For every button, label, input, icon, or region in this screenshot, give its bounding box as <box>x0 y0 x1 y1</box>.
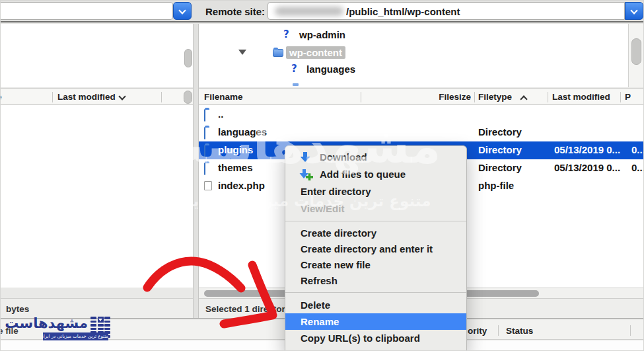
folder-icon <box>204 109 205 122</box>
menu-item-delete[interactable]: Delete <box>285 297 466 313</box>
chevron-down-icon <box>178 7 186 14</box>
local-header-partial: e <box>1 92 2 102</box>
tree-item-wp-content[interactable]: wp-content <box>286 46 345 59</box>
menu-item-label: Refresh <box>301 275 338 286</box>
cell-filetype: Directory <box>478 162 522 173</box>
folder-question-icon: ? <box>283 28 289 40</box>
folder-icon <box>204 127 205 139</box>
cell-filetype: php-file <box>478 180 514 191</box>
toolbar: Remote site: /public_html/wp-content <box>1 1 644 22</box>
cell-filetype: Directory <box>478 144 522 155</box>
menu-item-create-directory[interactable]: Create directory <box>285 225 466 241</box>
menu-item-create-new-file[interactable]: Create new file <box>285 257 466 273</box>
menu-item-view-edit[interactable]: View/Edit <box>285 200 466 217</box>
menu-item-label: View/Edit <box>301 203 344 214</box>
menu-item-copy-url-s-to-clipboard[interactable]: Copy URL(s) to clipboard <box>285 330 466 346</box>
clipped-tree-item <box>293 83 299 86</box>
menu-item-create-directory-and-enter-it[interactable]: Create directory and enter it <box>285 241 466 257</box>
folder-question-icon: ? <box>291 63 297 75</box>
local-site-dropdown-button[interactable] <box>173 2 192 20</box>
remote-tree: ?wp-adminwp-content?languages <box>199 24 628 87</box>
cell-name: .. <box>218 108 223 120</box>
cell-modified: 05/13/2019 0... <box>554 162 620 173</box>
menu-item-add-files-to-queue[interactable]: Add files to queue <box>285 166 466 183</box>
cell-filetype: Directory <box>478 126 522 137</box>
menu-item-label: Create directory and enter it <box>301 243 433 254</box>
file-row--[interactable]: .. <box>199 106 644 124</box>
menu-item-label: Create directory <box>301 227 376 239</box>
tree-expander-icon[interactable] <box>238 50 246 55</box>
header-filetype[interactable]: Filetype <box>478 92 512 102</box>
add-queue-icon <box>299 169 314 180</box>
menu-item-label: Create new file <box>301 259 371 270</box>
cell-name: index.php <box>218 180 265 191</box>
menu-item-enter-directory[interactable]: Enter directory <box>285 183 466 200</box>
menu-item-rename[interactable]: Rename <box>285 313 466 330</box>
header-filesize[interactable]: Filesize <box>417 92 471 102</box>
sort-ascending-icon <box>520 95 527 102</box>
menu-item-label: Copy URL(s) to clipboard <box>301 332 420 344</box>
menu-separator <box>285 292 466 293</box>
local-list-header: e Last modified <box>1 88 193 105</box>
menu-item-label: Enter directory <box>301 186 371 197</box>
remote-site-path: /public_html/wp-content <box>346 6 460 17</box>
local-tree-scrollbar-thumb[interactable] <box>184 49 192 67</box>
local-pane-top <box>1 24 193 87</box>
cell-modified: 05/13/2019 0... <box>554 144 620 155</box>
context-menu: DownloadAdd files to queueEnter director… <box>285 145 467 351</box>
remote-tree-scrollbar[interactable] <box>628 24 644 87</box>
cell-name: themes <box>218 162 253 173</box>
cell-name: plugins <box>218 144 253 155</box>
file-row-languages[interactable]: languagesDirectory <box>199 124 644 141</box>
masked-server-name <box>275 7 343 16</box>
logo-title: مشهدهاست <box>5 315 88 331</box>
tree-item-languages[interactable]: languages <box>306 63 355 75</box>
local-header-last-modified[interactable]: Last modified <box>57 92 116 102</box>
remote-site-dropdown-button[interactable] <box>625 2 643 20</box>
local-list-scrollbar-thumb[interactable] <box>184 91 192 104</box>
remote-site-combo[interactable]: /public_html/wp-content <box>268 2 625 20</box>
download-arrow-icon <box>299 151 314 163</box>
file-icon <box>204 181 212 190</box>
pane-divider[interactable] <box>193 24 199 318</box>
cell-name: languages <box>218 126 267 137</box>
site-logo: مشهدهاست متنوع ترین خدمات میزبانی در ایر… <box>2 315 114 343</box>
header-filename[interactable]: Filename <box>204 92 243 102</box>
menu-separator <box>285 221 466 221</box>
folder-icon <box>273 49 283 57</box>
folder-icon <box>204 145 205 157</box>
queue-header-status[interactable]: Status <box>506 326 533 336</box>
folder-icon <box>204 163 205 175</box>
remote-tree-scrollbar-thumb[interactable] <box>631 38 641 65</box>
menu-item-label: Download <box>320 151 367 163</box>
header-permissions-partial[interactable]: P <box>625 92 631 102</box>
cell-perm: 0... <box>631 144 644 155</box>
remote-list-header: Filename Filesize Filetype Last modified… <box>199 88 644 105</box>
logo-tagline: متنوع ترین خدمات میزبانی در ایران <box>43 332 108 340</box>
menu-item-label: Rename <box>301 316 339 327</box>
cell-perm: 0... <box>631 162 644 173</box>
chevron-down-icon <box>630 7 637 14</box>
sort-descending-icon <box>118 93 125 100</box>
header-last-modified[interactable]: Last modified <box>552 92 610 102</box>
remote-site-label: Remote site: <box>205 6 265 17</box>
local-site-combo[interactable] <box>0 2 173 20</box>
selection-status-text: Selected 1 directory. <box>205 304 292 314</box>
menu-item-refresh[interactable]: Refresh <box>285 273 466 289</box>
local-file-list <box>1 105 193 288</box>
local-status-text: bytes <box>6 304 29 314</box>
menu-item-label: Add files to queue <box>320 169 406 180</box>
queue-header-priority-partial[interactable]: ority <box>468 326 487 336</box>
menu-item-label: Delete <box>301 299 330 311</box>
tree-item-wp-admin[interactable]: wp-admin <box>299 29 345 40</box>
menu-item-download[interactable]: Download <box>285 149 466 166</box>
